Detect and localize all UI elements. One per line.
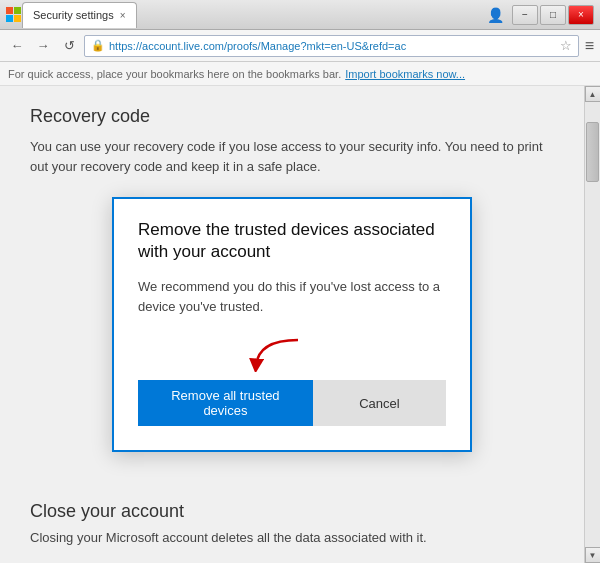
url-text: https://account.live.com/proofs/Manage?m… xyxy=(109,40,556,52)
title-bar: Security settings × 👤 − □ × xyxy=(0,0,600,30)
scrollbar-thumb[interactable] xyxy=(586,122,599,182)
navigation-bar: ← → ↺ 🔒 https://account.live.com/proofs/… xyxy=(0,30,600,62)
modal-body-text: We recommend you do this if you've lost … xyxy=(138,277,446,316)
microsoft-logo xyxy=(6,7,22,23)
modal-title: Remove the trusted devices associated wi… xyxy=(138,219,446,263)
remove-trusted-devices-button[interactable]: Remove all trusted devices xyxy=(138,380,313,426)
scroll-up-button[interactable]: ▲ xyxy=(585,86,601,102)
trusted-devices-modal: Remove the trusted devices associated wi… xyxy=(112,197,472,452)
maximize-button[interactable]: □ xyxy=(540,5,566,25)
minimize-button[interactable]: − xyxy=(512,5,538,25)
browser-tab[interactable]: Security settings × xyxy=(22,2,137,28)
address-bar[interactable]: 🔒 https://account.live.com/proofs/Manage… xyxy=(84,35,579,57)
cancel-button[interactable]: Cancel xyxy=(313,380,446,426)
scroll-down-button[interactable]: ▼ xyxy=(585,547,601,563)
close-button[interactable]: × xyxy=(568,5,594,25)
refresh-button[interactable]: ↺ xyxy=(58,35,80,57)
close-account-section: Close your account Closing your Microsof… xyxy=(0,485,584,564)
back-button[interactable]: ← xyxy=(6,35,28,57)
scrollbar[interactable]: ▲ ▼ xyxy=(584,86,600,563)
bookmark-star-icon[interactable]: ☆ xyxy=(560,38,572,53)
lock-icon: 🔒 xyxy=(91,39,105,52)
import-bookmarks-link[interactable]: Import bookmarks now... xyxy=(345,68,465,80)
close-account-title: Close your account xyxy=(30,501,554,522)
bookmarks-bar: For quick access, place your bookmarks h… xyxy=(0,62,600,86)
user-icon[interactable]: 👤 xyxy=(487,7,504,23)
close-account-text: Closing your Microsoft account deletes a… xyxy=(30,528,554,548)
scrollbar-track[interactable] xyxy=(585,102,600,547)
bookmarks-text: For quick access, place your bookmarks h… xyxy=(8,68,341,80)
page-content: Recovery code You can use your recovery … xyxy=(0,86,584,563)
window-controls: − □ × xyxy=(512,5,594,25)
tab-title: Security settings xyxy=(33,9,114,21)
modal-buttons: Remove all trusted devices Cancel xyxy=(138,380,446,426)
pointing-arrow-icon xyxy=(248,336,308,372)
browser-menu-button[interactable]: ≡ xyxy=(585,37,594,55)
browser-content: Recovery code You can use your recovery … xyxy=(0,86,600,563)
forward-button[interactable]: → xyxy=(32,35,54,57)
tab-close-icon[interactable]: × xyxy=(120,10,126,21)
arrow-container xyxy=(138,336,446,372)
